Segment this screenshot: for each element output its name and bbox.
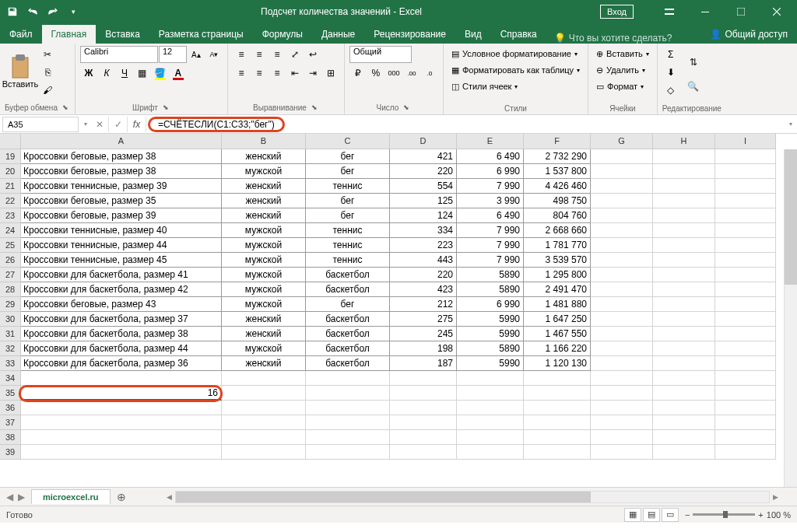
cell[interactable]: мужской	[222, 164, 306, 179]
cell[interactable]	[591, 415, 653, 430]
cell[interactable]: Кроссовки беговые, размер 43	[21, 297, 222, 312]
row-header[interactable]: 21	[0, 179, 21, 194]
cell[interactable]: теннис	[306, 179, 390, 194]
cell[interactable]	[524, 415, 591, 430]
column-header-E[interactable]: E	[457, 134, 524, 149]
cell[interactable]: теннис	[306, 253, 390, 268]
view-normal-icon[interactable]: ▦	[624, 508, 641, 522]
tell-me-search[interactable]: 💡 Что вы хотите сделать?	[546, 33, 680, 44]
cell[interactable]	[457, 430, 524, 445]
format-painter-icon[interactable]: 🖌	[39, 82, 56, 99]
cell[interactable]: 423	[390, 282, 457, 297]
cell[interactable]: бег	[306, 164, 390, 179]
cell[interactable]	[222, 401, 306, 415]
cell[interactable]	[653, 401, 715, 415]
cell[interactable]: 443	[390, 253, 457, 268]
wrap-text-icon[interactable]: ↩	[304, 46, 321, 63]
cell[interactable]	[653, 253, 715, 268]
cell[interactable]: женский	[222, 194, 306, 208]
cell[interactable]	[306, 386, 390, 401]
cell[interactable]	[591, 253, 653, 268]
autosum-icon[interactable]: Σ	[662, 46, 679, 63]
cell[interactable]	[524, 401, 591, 415]
tab-file[interactable]: Файл	[0, 25, 42, 44]
row-header[interactable]: 22	[0, 194, 21, 208]
cell[interactable]	[306, 445, 390, 460]
cell[interactable]	[457, 401, 524, 415]
column-header-H[interactable]: H	[653, 134, 715, 149]
row-header[interactable]: 30	[0, 312, 21, 327]
font-name-select[interactable]: Calibri	[80, 46, 158, 63]
cell[interactable]: 1 295 800	[524, 268, 591, 282]
cell[interactable]: 220	[390, 164, 457, 179]
cell[interactable]: бег	[306, 208, 390, 223]
tab-review[interactable]: Рецензирование	[364, 25, 455, 44]
zoom-slider[interactable]	[693, 513, 755, 516]
cell[interactable]	[715, 223, 776, 238]
delete-cells-button[interactable]: ⊖Удалить▾	[593, 62, 652, 78]
row-header[interactable]: 24	[0, 223, 21, 238]
cell[interactable]	[591, 223, 653, 238]
row-header[interactable]: 36	[0, 401, 21, 415]
fill-icon[interactable]: ⬇	[662, 64, 679, 81]
cell[interactable]: мужской	[222, 297, 306, 312]
cell[interactable]	[591, 149, 653, 164]
cell[interactable]: бег	[306, 149, 390, 164]
row-header[interactable]: 27	[0, 268, 21, 282]
cell[interactable]	[306, 415, 390, 430]
add-sheet-icon[interactable]: ⊕	[111, 491, 132, 503]
ribbon-options-icon[interactable]	[652, 1, 686, 23]
view-page-break-icon[interactable]: ▭	[662, 508, 679, 522]
cell[interactable]: Кроссовки для баскетбола, размер 37	[21, 312, 222, 327]
italic-icon[interactable]: К	[98, 65, 115, 82]
cell[interactable]	[591, 386, 653, 401]
cell[interactable]: 1 467 550	[524, 327, 591, 341]
cell[interactable]: женский	[222, 208, 306, 223]
cell[interactable]: 6 490	[457, 208, 524, 223]
cell[interactable]	[591, 282, 653, 297]
view-page-layout-icon[interactable]: ▤	[643, 508, 660, 522]
cell[interactable]: 7 990	[457, 238, 524, 253]
cell[interactable]: 275	[390, 312, 457, 327]
cell[interactable]: Кроссовки для баскетбола, размер 42	[21, 282, 222, 297]
cell[interactable]	[715, 415, 776, 430]
cell[interactable]: мужской	[222, 253, 306, 268]
cell[interactable]: Кроссовки теннисные, размер 44	[21, 238, 222, 253]
row-header[interactable]: 23	[0, 208, 21, 223]
cell[interactable]: 3 990	[457, 194, 524, 208]
cell[interactable]	[715, 341, 776, 356]
cell[interactable]: баскетбол	[306, 327, 390, 341]
cell[interactable]: 125	[390, 194, 457, 208]
align-bottom-icon[interactable]: ≡	[269, 46, 286, 63]
clear-icon[interactable]: ◇	[662, 82, 679, 99]
cell[interactable]	[715, 386, 776, 401]
cell[interactable]: 198	[390, 341, 457, 356]
decrease-indent-icon[interactable]: ⇤	[286, 65, 304, 82]
cell[interactable]: бег	[306, 297, 390, 312]
cell[interactable]	[715, 356, 776, 371]
cell[interactable]	[715, 312, 776, 327]
cell[interactable]: Кроссовки беговые, размер 38	[21, 164, 222, 179]
cell[interactable]: 5990	[457, 327, 524, 341]
cell[interactable]: женский	[222, 312, 306, 327]
cell[interactable]: 5890	[457, 282, 524, 297]
row-header[interactable]: 35	[0, 386, 21, 401]
cell[interactable]	[715, 327, 776, 341]
zoom-out-icon[interactable]: −	[685, 510, 690, 520]
cell[interactable]: 1 537 800	[524, 164, 591, 179]
cell[interactable]: баскетбол	[306, 268, 390, 282]
cell[interactable]: 212	[390, 297, 457, 312]
cell[interactable]	[715, 238, 776, 253]
cell[interactable]: 7 990	[457, 179, 524, 194]
cell[interactable]	[715, 253, 776, 268]
align-top-icon[interactable]: ≡	[233, 46, 250, 63]
cell[interactable]: женский	[222, 356, 306, 371]
vertical-scrollbar[interactable]	[784, 149, 797, 487]
cell[interactable]: баскетбол	[306, 312, 390, 327]
cell[interactable]: теннис	[306, 238, 390, 253]
cell[interactable]	[653, 223, 715, 238]
cell[interactable]: 223	[390, 238, 457, 253]
cell[interactable]	[390, 386, 457, 401]
column-header-C[interactable]: C	[306, 134, 390, 149]
cell[interactable]	[591, 268, 653, 282]
